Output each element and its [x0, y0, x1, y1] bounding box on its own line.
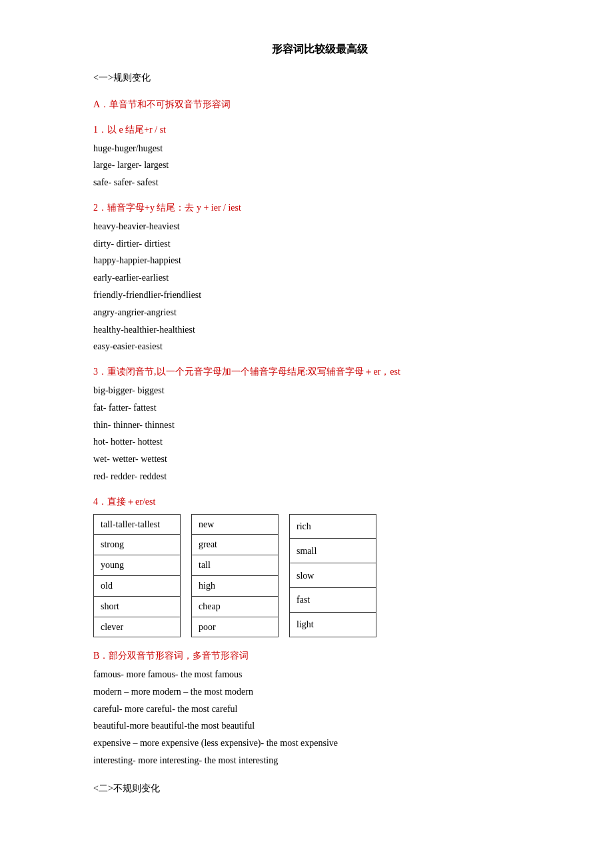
rule4-label: 4．直接＋er/est: [93, 494, 546, 510]
table-row: new: [192, 514, 279, 535]
section2-header: <二>不规则变化: [93, 781, 546, 797]
table-row: poor: [192, 617, 279, 637]
rule1-words: huge-huger/hugest large- larger- largest…: [93, 141, 546, 191]
table-row: high: [192, 575, 279, 596]
rule2-label: 2．辅音字母+y 结尾：去 y + ier / iest: [93, 200, 546, 216]
table-row: clever: [94, 617, 181, 637]
rule1-label: 1．以 e 结尾+r / st: [93, 122, 546, 138]
table-row: great: [192, 535, 279, 555]
table-row: young: [94, 555, 181, 576]
table-row: short: [94, 596, 181, 617]
table-row: tall-taller-tallest: [94, 514, 181, 535]
rule3-label: 3．重读闭音节,以一个元音字母加一个辅音字母结尾:双写辅音字母＋er，est: [93, 364, 546, 380]
table-row: small: [290, 539, 376, 563]
sectionA-label: A．单音节和不可拆双音节形容词: [93, 97, 546, 113]
table-row: tall: [192, 555, 279, 576]
rule2-words: heavy-heavier-heaviest dirty- dirtier- d…: [93, 219, 546, 355]
rule3-words: big-bigger- biggest fat- fatter- fattest…: [93, 383, 546, 485]
page-title: 形容词比较级最高级: [93, 40, 546, 58]
table-row: rich: [290, 514, 376, 539]
table-col1: tall-taller-tallest strong young old sho…: [93, 514, 181, 638]
sectionB-words: famous- more famous- the most famous mod…: [93, 667, 546, 769]
table-col3: rich small slow fast light: [289, 514, 376, 638]
word-tables: tall-taller-tallest strong young old sho…: [93, 514, 546, 638]
table-row: cheap: [192, 596, 279, 617]
sectionB-label: B．部分双音节形容词，多音节形容词: [93, 648, 546, 664]
table-col2: new great tall high cheap poor: [191, 514, 279, 638]
section1-header: <一>规则变化: [93, 70, 546, 86]
table-row: light: [290, 613, 376, 637]
table-row: strong: [94, 535, 181, 555]
table-row: slow: [290, 563, 376, 588]
table-row: fast: [290, 588, 376, 613]
table-row: old: [94, 575, 181, 596]
